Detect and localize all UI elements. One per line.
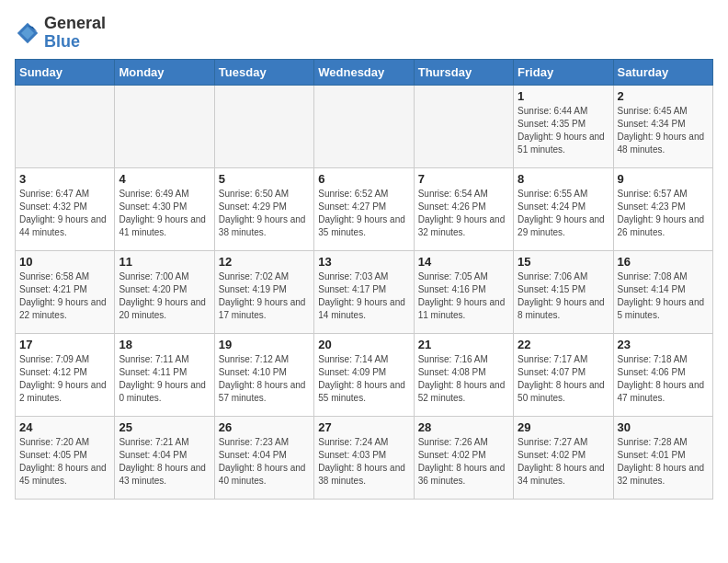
day-cell bbox=[314, 85, 414, 167]
day-cell: 2Sunrise: 6:45 AM Sunset: 4:34 PM Daylig… bbox=[613, 85, 712, 167]
day-header-friday: Friday bbox=[514, 59, 613, 85]
day-info: Sunrise: 6:45 AM Sunset: 4:34 PM Dayligh… bbox=[618, 105, 709, 156]
day-number: 14 bbox=[418, 255, 509, 269]
day-number: 7 bbox=[418, 172, 509, 186]
day-number: 10 bbox=[19, 255, 110, 269]
day-number: 19 bbox=[219, 338, 310, 351]
day-info: Sunrise: 7:27 AM Sunset: 4:02 PM Dayligh… bbox=[518, 436, 609, 488]
logo: General Blue bbox=[15, 15, 106, 52]
day-info: Sunrise: 7:20 AM Sunset: 4:05 PM Dayligh… bbox=[19, 436, 110, 488]
week-row-2: 3Sunrise: 6:47 AM Sunset: 4:32 PM Daylig… bbox=[16, 167, 713, 250]
day-cell: 27Sunrise: 7:24 AM Sunset: 4:03 PM Dayli… bbox=[314, 416, 414, 499]
day-info: Sunrise: 7:09 AM Sunset: 4:12 PM Dayligh… bbox=[19, 353, 110, 405]
week-row-5: 24Sunrise: 7:20 AM Sunset: 4:05 PM Dayli… bbox=[16, 416, 713, 499]
day-number: 9 bbox=[618, 172, 709, 186]
day-cell: 25Sunrise: 7:21 AM Sunset: 4:04 PM Dayli… bbox=[115, 416, 214, 499]
day-info: Sunrise: 6:55 AM Sunset: 4:24 PM Dayligh… bbox=[518, 188, 609, 239]
day-cell: 19Sunrise: 7:12 AM Sunset: 4:10 PM Dayli… bbox=[214, 333, 313, 416]
day-cell: 15Sunrise: 7:06 AM Sunset: 4:15 PM Dayli… bbox=[514, 250, 613, 333]
logo-text: General Blue bbox=[44, 15, 106, 52]
week-row-1: 1Sunrise: 6:44 AM Sunset: 4:35 PM Daylig… bbox=[16, 85, 713, 167]
day-number: 28 bbox=[418, 420, 509, 434]
day-info: Sunrise: 7:03 AM Sunset: 4:17 PM Dayligh… bbox=[318, 270, 409, 322]
day-cell: 11Sunrise: 7:00 AM Sunset: 4:20 PM Dayli… bbox=[115, 250, 214, 333]
day-info: Sunrise: 7:23 AM Sunset: 4:04 PM Dayligh… bbox=[219, 436, 310, 488]
header: General Blue bbox=[15, 15, 713, 52]
day-info: Sunrise: 7:17 AM Sunset: 4:07 PM Dayligh… bbox=[518, 353, 609, 405]
calendar-header: SundayMondayTuesdayWednesdayThursdayFrid… bbox=[16, 59, 713, 85]
logo-general: General bbox=[44, 14, 106, 32]
day-info: Sunrise: 7:28 AM Sunset: 4:01 PM Dayligh… bbox=[618, 436, 709, 488]
day-info: Sunrise: 6:54 AM Sunset: 4:26 PM Dayligh… bbox=[418, 188, 509, 239]
day-cell bbox=[414, 85, 513, 167]
day-number: 11 bbox=[119, 255, 210, 269]
day-cell bbox=[16, 85, 115, 167]
day-info: Sunrise: 6:50 AM Sunset: 4:29 PM Dayligh… bbox=[219, 188, 310, 239]
day-cell: 7Sunrise: 6:54 AM Sunset: 4:26 PM Daylig… bbox=[414, 167, 513, 250]
day-info: Sunrise: 7:02 AM Sunset: 4:19 PM Dayligh… bbox=[219, 270, 310, 322]
day-cell: 5Sunrise: 6:50 AM Sunset: 4:29 PM Daylig… bbox=[214, 167, 313, 250]
day-cell: 18Sunrise: 7:11 AM Sunset: 4:11 PM Dayli… bbox=[115, 333, 214, 416]
day-cell: 16Sunrise: 7:08 AM Sunset: 4:14 PM Dayli… bbox=[613, 250, 712, 333]
day-number: 8 bbox=[518, 172, 609, 186]
day-info: Sunrise: 6:44 AM Sunset: 4:35 PM Dayligh… bbox=[518, 105, 609, 156]
week-row-4: 17Sunrise: 7:09 AM Sunset: 4:12 PM Dayli… bbox=[16, 333, 713, 416]
day-header-tuesday: Tuesday bbox=[214, 59, 313, 85]
day-cell: 8Sunrise: 6:55 AM Sunset: 4:24 PM Daylig… bbox=[514, 167, 613, 250]
day-number: 26 bbox=[219, 420, 310, 434]
day-cell: 26Sunrise: 7:23 AM Sunset: 4:04 PM Dayli… bbox=[214, 416, 313, 499]
day-number: 16 bbox=[618, 255, 709, 269]
day-cell: 17Sunrise: 7:09 AM Sunset: 4:12 PM Dayli… bbox=[16, 333, 115, 416]
day-info: Sunrise: 7:00 AM Sunset: 4:20 PM Dayligh… bbox=[119, 270, 210, 322]
day-info: Sunrise: 7:26 AM Sunset: 4:02 PM Dayligh… bbox=[418, 436, 509, 488]
day-number: 24 bbox=[19, 420, 110, 434]
logo-icon bbox=[15, 20, 40, 46]
day-number: 27 bbox=[318, 420, 409, 434]
day-cell: 28Sunrise: 7:26 AM Sunset: 4:02 PM Dayli… bbox=[414, 416, 513, 499]
day-header-thursday: Thursday bbox=[414, 59, 513, 85]
logo-blue: Blue bbox=[44, 32, 80, 51]
day-header-sunday: Sunday bbox=[16, 59, 115, 85]
day-number: 18 bbox=[119, 338, 210, 351]
day-cell: 1Sunrise: 6:44 AM Sunset: 4:35 PM Daylig… bbox=[514, 85, 613, 167]
day-cell: 6Sunrise: 6:52 AM Sunset: 4:27 PM Daylig… bbox=[314, 167, 414, 250]
day-number: 6 bbox=[318, 172, 409, 186]
day-info: Sunrise: 7:08 AM Sunset: 4:14 PM Dayligh… bbox=[618, 270, 709, 322]
day-number: 15 bbox=[518, 255, 609, 269]
day-number: 2 bbox=[618, 89, 709, 103]
day-number: 23 bbox=[618, 338, 709, 351]
day-number: 17 bbox=[19, 338, 110, 351]
day-info: Sunrise: 7:21 AM Sunset: 4:04 PM Dayligh… bbox=[119, 436, 210, 488]
day-info: Sunrise: 7:14 AM Sunset: 4:09 PM Dayligh… bbox=[318, 353, 409, 405]
day-info: Sunrise: 7:24 AM Sunset: 4:03 PM Dayligh… bbox=[318, 436, 409, 488]
day-number: 13 bbox=[318, 255, 409, 269]
calendar-body: 1Sunrise: 6:44 AM Sunset: 4:35 PM Daylig… bbox=[16, 85, 713, 499]
day-info: Sunrise: 6:49 AM Sunset: 4:30 PM Dayligh… bbox=[119, 188, 210, 239]
day-cell: 4Sunrise: 6:49 AM Sunset: 4:30 PM Daylig… bbox=[115, 167, 214, 250]
calendar: SundayMondayTuesdayWednesdayThursdayFrid… bbox=[15, 59, 713, 500]
day-number: 25 bbox=[119, 420, 210, 434]
day-cell: 20Sunrise: 7:14 AM Sunset: 4:09 PM Dayli… bbox=[314, 333, 414, 416]
day-number: 5 bbox=[219, 172, 310, 186]
day-cell bbox=[115, 85, 214, 167]
day-number: 29 bbox=[518, 420, 609, 434]
day-number: 1 bbox=[518, 89, 609, 103]
day-number: 30 bbox=[618, 420, 709, 434]
day-info: Sunrise: 7:11 AM Sunset: 4:11 PM Dayligh… bbox=[119, 353, 210, 405]
day-cell bbox=[214, 85, 313, 167]
day-info: Sunrise: 6:58 AM Sunset: 4:21 PM Dayligh… bbox=[19, 270, 110, 322]
day-info: Sunrise: 7:12 AM Sunset: 4:10 PM Dayligh… bbox=[219, 353, 310, 405]
day-cell: 24Sunrise: 7:20 AM Sunset: 4:05 PM Dayli… bbox=[16, 416, 115, 499]
day-header-saturday: Saturday bbox=[613, 59, 712, 85]
day-cell: 13Sunrise: 7:03 AM Sunset: 4:17 PM Dayli… bbox=[314, 250, 414, 333]
day-cell: 29Sunrise: 7:27 AM Sunset: 4:02 PM Dayli… bbox=[514, 416, 613, 499]
day-number: 22 bbox=[518, 338, 609, 351]
week-row-3: 10Sunrise: 6:58 AM Sunset: 4:21 PM Dayli… bbox=[16, 250, 713, 333]
day-cell: 30Sunrise: 7:28 AM Sunset: 4:01 PM Dayli… bbox=[613, 416, 712, 499]
day-number: 12 bbox=[219, 255, 310, 269]
day-info: Sunrise: 7:06 AM Sunset: 4:15 PM Dayligh… bbox=[518, 270, 609, 322]
day-number: 4 bbox=[119, 172, 210, 186]
day-info: Sunrise: 6:47 AM Sunset: 4:32 PM Dayligh… bbox=[19, 188, 110, 239]
header-row: SundayMondayTuesdayWednesdayThursdayFrid… bbox=[16, 59, 713, 85]
day-number: 20 bbox=[318, 338, 409, 351]
